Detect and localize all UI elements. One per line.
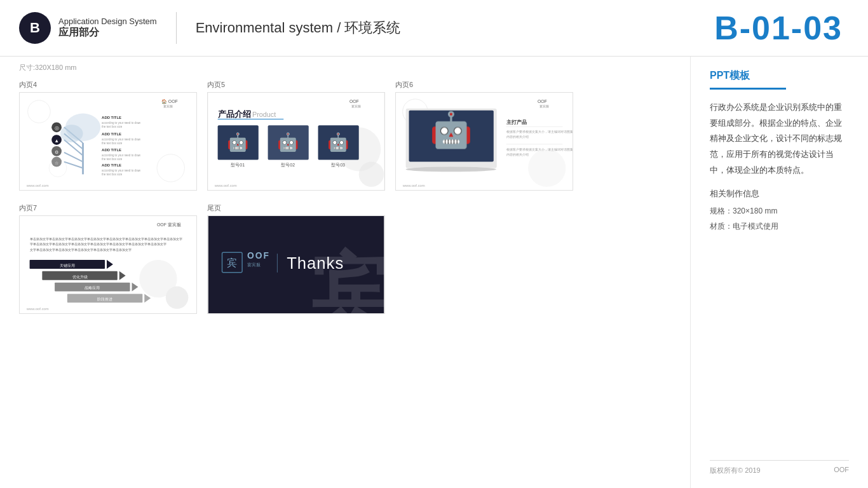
svg-text:宴宾服: 宴宾服	[163, 104, 173, 108]
svg-text:战略应用: 战略应用	[85, 285, 100, 290]
svg-text:文字单击添加文字单击添加文字单击添加文字单击添加文字单击添加: 文字单击添加文字单击添加文字单击添加文字单击添加文字单击添加文字	[30, 248, 132, 252]
svg-text:www.oof.com: www.oof.com	[26, 184, 49, 187]
logo-text-block: Application Design System 应用部分	[58, 17, 157, 39]
svg-text:型号01: 型号01	[231, 163, 245, 167]
svg-text:优化升级: 优化升级	[72, 275, 88, 279]
svg-text:字单击添加文字单击添加文字单击添加文字单击添加文字单击添加文: 字单击添加文字单击添加文字单击添加文字单击添加文字单击添加文字单击添加文字单击添…	[30, 242, 166, 246]
slide-thumb-4[interactable]: ▲ ◎ ⚙ ☆ ADD TITLE according to your need…	[19, 92, 197, 191]
content-area: 尺寸:320X180 mm 内页4	[0, 57, 690, 488]
svg-text:⚙: ⚙	[55, 150, 58, 154]
svg-point-11	[60, 125, 83, 142]
logo-letter: B	[30, 20, 40, 36]
svg-text:单击添加文字单击添加文字单击添加文字单击添加文字单击添加文字: 单击添加文字单击添加文字单击添加文字单击添加文字单击添加文字单击添加文字单击添加…	[30, 237, 182, 241]
svg-text:内容的相关介绍: 内容的相关介绍	[506, 135, 529, 139]
svg-text:the text box size: the text box size	[102, 173, 123, 176]
svg-text:OOF: OOF	[349, 99, 359, 104]
svg-text:according to your need to draw: according to your need to draw	[102, 138, 141, 141]
header-logo: B Application Design System 应用部分	[19, 12, 157, 44]
svg-text:🤖: 🤖	[430, 109, 473, 151]
slide-thumb-end[interactable]: 宾 宾 OOF 宴宾服 Thanks	[207, 215, 385, 314]
sidebar-material: 材质：电子模式使用	[710, 219, 849, 234]
svg-text:the text box size: the text box size	[102, 125, 123, 128]
sidebar-blue-line	[710, 88, 786, 90]
svg-text:型号02: 型号02	[281, 163, 295, 167]
slide-item-6: 内页6 OOF 宴宾服	[395, 80, 573, 191]
svg-text:OOF: OOF	[247, 250, 270, 261]
svg-point-38	[359, 162, 384, 187]
slides-row-2: 内页7 OOF 宴宾服 单击添加文字单击添加文字单击添加文字单击添加文字单击添加…	[19, 203, 671, 314]
sidebar-spec: 规格：320×180 mm	[710, 203, 849, 219]
size-label: 尺寸:320X180 mm	[19, 63, 671, 72]
svg-text:Thanks: Thanks	[287, 254, 344, 272]
svg-text:ADD TITLE: ADD TITLE	[102, 132, 121, 136]
header-title: Environmental system / 环境系统	[196, 18, 714, 37]
svg-text:型号03: 型号03	[331, 163, 345, 167]
svg-text:宾: 宾	[227, 257, 237, 268]
header-code: B-01-03	[714, 11, 843, 44]
svg-text:◎: ◎	[55, 125, 59, 131]
sidebar-footer: 版权所有© 2019 OOF	[710, 460, 849, 475]
svg-point-73	[166, 287, 189, 309]
svg-text:www.oof.com: www.oof.com	[214, 184, 237, 187]
svg-text:ADD TITLE: ADD TITLE	[102, 116, 121, 119]
svg-text:根据客户要求根据文案大小，请主编词对话图案的介绍: 根据客户要求根据文案大小，请主编词对话图案的介绍	[506, 147, 573, 151]
slide-item-5: 内页5 OOF 宴宾服 产品	[207, 80, 385, 191]
svg-text:阶段推进: 阶段推进	[97, 297, 112, 301]
svg-text:根据客户要求根据文案大小，请主编词对话图案的介绍: 根据客户要求根据文案大小，请主编词对话图案的介绍	[506, 130, 573, 133]
slide-label-end: 尾页	[207, 203, 385, 213]
svg-text:🤖: 🤖	[327, 132, 349, 152]
footer-brand: OOF	[834, 466, 849, 475]
sidebar-info-title: 相关制作信息	[710, 188, 849, 200]
footer-copyright: 版权所有© 2019	[710, 466, 761, 475]
svg-text:according to your need to draw: according to your need to draw	[102, 121, 141, 125]
slide-label-5: 内页5	[207, 80, 385, 90]
svg-text:according to your need to draw: according to your need to draw	[102, 154, 141, 157]
slide-label-4: 内页4	[19, 80, 197, 90]
svg-text:🏠 OOF: 🏠 OOF	[161, 98, 178, 104]
svg-text:www.oof.com: www.oof.com	[402, 184, 425, 187]
svg-text:☆: ☆	[55, 161, 58, 165]
svg-text:关键应用: 关键应用	[60, 263, 75, 268]
svg-text:OOF: OOF	[538, 99, 547, 104]
svg-text:宴宾服: 宴宾服	[247, 262, 261, 268]
svg-text:宴宾服: 宴宾服	[351, 104, 361, 108]
svg-text:the text box size: the text box size	[102, 142, 123, 145]
svg-point-56	[528, 149, 566, 187]
sidebar-template-title: PPT模板	[710, 69, 849, 83]
logo-text-en: Application Design System	[58, 17, 157, 26]
svg-text:ADD TITLE: ADD TITLE	[102, 163, 121, 167]
slide-item-7: 内页7 OOF 宴宾服 单击添加文字单击添加文字单击添加文字单击添加文字单击添加…	[19, 203, 197, 314]
slide-label-6: 内页6	[395, 80, 573, 90]
svg-text:▲: ▲	[54, 138, 59, 144]
header: B Application Design System 应用部分 Environ…	[0, 0, 868, 57]
svg-text:Product: Product	[252, 111, 276, 118]
svg-text:内容的相关介绍: 内容的相关介绍	[506, 152, 529, 156]
slide-thumb-5[interactable]: OOF 宴宾服 产品介绍 Product 🤖 🤖	[207, 92, 385, 191]
svg-text:ADD TITLE: ADD TITLE	[102, 148, 121, 152]
svg-text:产品介绍: 产品介绍	[218, 109, 251, 119]
sidebar: PPT模板 行政办公系统是企业识别系统中的重要组成部分。根据企业的特点、企业精神…	[690, 57, 868, 488]
sidebar-desc: 行政办公系统是企业识别系统中的重要组成部分。根据企业的特点、企业精神及企业文化，…	[710, 100, 849, 178]
logo-circle: B	[19, 12, 51, 44]
slide-thumb-7[interactable]: OOF 宴宾服 单击添加文字单击添加文字单击添加文字单击添加文字单击添加文字单击…	[19, 215, 197, 314]
svg-text:宴宾服: 宴宾服	[539, 104, 549, 108]
slide-item-end: 尾页 宾 宾 OOF 宴宾服	[207, 203, 385, 314]
svg-text:www.oof.com: www.oof.com	[26, 307, 49, 311]
slides-row-1: 内页4	[19, 80, 671, 191]
main-area: 尺寸:320X180 mm 内页4	[0, 57, 868, 488]
svg-text:🤖: 🤖	[227, 132, 249, 152]
svg-text:🤖: 🤖	[277, 132, 299, 152]
svg-text:主打产品: 主打产品	[506, 119, 527, 125]
svg-point-62	[406, 166, 496, 172]
logo-text-cn: 应用部分	[58, 26, 157, 39]
slide-thumb-6[interactable]: OOF 宴宾服 🤖 主打产品	[395, 92, 573, 191]
slides-grid: 内页4	[19, 80, 671, 314]
svg-text:the text box size: the text box size	[102, 158, 123, 161]
svg-text:OOF 宴宾服: OOF 宴宾服	[157, 222, 181, 227]
header-divider	[176, 12, 177, 44]
slide-item-4: 内页4	[19, 80, 197, 191]
svg-text:according to your need to draw: according to your need to draw	[102, 169, 141, 172]
slide-label-7: 内页7	[19, 203, 197, 213]
